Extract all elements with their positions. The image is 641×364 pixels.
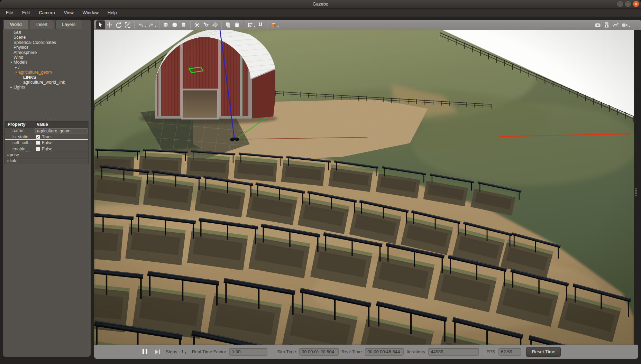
menu-bar: FileEditCameraViewWindowHelp — [0, 9, 641, 17]
tab-world[interactable]: World — [3, 20, 28, 29]
tree-item-label: Physics — [13, 45, 28, 50]
title-bar[interactable]: Gazebo − ▫ ✕ — [0, 0, 641, 8]
soil-bed — [281, 160, 326, 186]
point-light-button[interactable] — [192, 20, 201, 29]
toolbar-right-group: LOG▾ — [593, 20, 631, 29]
close-button[interactable]: ✕ — [633, 1, 639, 7]
tree-expander-icon[interactable]: ▾ — [14, 70, 18, 75]
column-header: Value — [34, 122, 88, 128]
tree-item--[interactable]: ▸/ — [3, 65, 90, 70]
spot-light-button[interactable] — [201, 20, 210, 29]
toolbar-separator — [190, 21, 191, 29]
tree-item-links[interactable]: LINKS — [3, 75, 90, 80]
maximize-button[interactable]: ▫ — [625, 1, 631, 7]
snap-icon — [257, 22, 264, 28]
tree-expander-icon[interactable]: ▸ — [9, 85, 13, 90]
align-button[interactable] — [246, 20, 255, 29]
tree-item-label: Spherical Coordinates — [13, 40, 56, 45]
tree-item-agriculture-world-link[interactable]: agriculture_world_link — [3, 80, 90, 85]
value-field[interactable]: agriculture_geom — [35, 128, 88, 133]
rotate-mode-icon — [116, 22, 122, 28]
group-expander-icon[interactable]: ▸ — [5, 158, 10, 164]
svg-text:LOG: LOG — [605, 23, 609, 25]
tree-item-wind[interactable]: Wind — [3, 55, 90, 60]
checkbox[interactable] — [36, 147, 40, 151]
barn-door — [182, 90, 218, 119]
cylinder-button[interactable] — [179, 20, 188, 29]
tree-item-scene[interactable]: Scene — [3, 35, 90, 40]
menu-view[interactable]: View — [59, 9, 78, 17]
soil-bed — [94, 171, 142, 205]
undo-button[interactable] — [136, 20, 145, 29]
property-group-link[interactable]: ▸link — [5, 158, 88, 164]
video-record-icon — [622, 22, 628, 28]
3d-viewport[interactable] — [94, 30, 634, 345]
checkbox[interactable] — [36, 141, 40, 145]
rtf-value[interactable]: 1.00 — [229, 348, 267, 356]
tree-expander-icon[interactable]: ▾ — [9, 60, 13, 65]
video-record-button[interactable] — [620, 20, 629, 29]
tab-insert[interactable]: Insert — [30, 20, 54, 29]
tree-item-gui[interactable]: GUI — [3, 30, 90, 35]
plot-button[interactable] — [611, 20, 620, 29]
fps-value[interactable]: 62.59 — [498, 348, 521, 356]
toolbar-separator — [243, 21, 244, 29]
tree-item-atmosphere[interactable]: Atmosphere — [3, 50, 90, 55]
rotate-mode-button[interactable] — [114, 20, 123, 29]
scale-mode-button[interactable] — [123, 20, 132, 29]
spot-light-icon — [203, 22, 209, 28]
status-bar: Steps: 1 ▾ Real Time Factor: 1.00 Sim Ti… — [94, 345, 638, 359]
tree-item-label: Models — [13, 60, 27, 65]
menu-edit[interactable]: Edit — [18, 9, 34, 17]
log-record-button[interactable]: LOG — [602, 20, 611, 29]
tree-item-agriculture-geom[interactable]: ▾agriculture_geom — [3, 70, 90, 75]
redo-icon — [148, 22, 154, 28]
tree-expander-icon[interactable]: ▸ — [14, 65, 18, 70]
box-button[interactable] — [161, 20, 170, 29]
iterations-label: Iterations: — [406, 349, 426, 354]
right-panel-splitter[interactable] — [635, 188, 638, 196]
select-mode-button[interactable] — [96, 20, 105, 29]
directional-light-button[interactable] — [210, 20, 219, 29]
tree-item-label: Lights — [13, 85, 25, 90]
copy-button[interactable] — [223, 20, 232, 29]
property-group-pose[interactable]: ▸pose — [5, 152, 88, 158]
align-icon — [247, 22, 253, 28]
property-label: is_static — [5, 134, 34, 140]
translate-mode-button[interactable] — [105, 20, 114, 29]
property-value: False — [34, 140, 88, 146]
menu-window[interactable]: Window — [78, 9, 103, 17]
redo-button[interactable] — [147, 20, 156, 29]
checkbox[interactable]: ✓ — [36, 135, 40, 139]
sim-time-label: Sim Time: — [277, 349, 297, 354]
tree-item-physics[interactable]: Physics — [3, 45, 90, 50]
menu-camera[interactable]: Camera — [34, 9, 59, 17]
minimize-button[interactable]: − — [617, 1, 623, 7]
reset-time-button[interactable]: Reset Time — [526, 347, 561, 357]
property-value: ✓True — [34, 134, 88, 140]
group-expander-icon[interactable]: ▸ — [5, 152, 10, 158]
copy-icon — [225, 22, 231, 28]
group-label: pose — [10, 152, 19, 158]
tree-item-lights[interactable]: ▸Lights — [3, 85, 90, 90]
steps-value[interactable]: 1 — [181, 349, 184, 354]
menu-help[interactable]: Help — [103, 9, 121, 17]
fps-label: FPS: — [486, 349, 496, 354]
screenshot-button[interactable] — [593, 20, 602, 29]
tree-item-models[interactable]: ▾Models — [3, 60, 90, 65]
pause-button[interactable] — [143, 349, 147, 354]
tab-layers[interactable]: Layers — [55, 20, 82, 29]
sim-time-value[interactable]: 00 00:01:20.504 — [299, 348, 339, 356]
panel-splitter[interactable] — [3, 119, 91, 121]
iterations-value[interactable]: 44989 — [428, 348, 479, 356]
plot-icon — [613, 22, 619, 28]
steps-caret-icon[interactable]: ▾ — [185, 351, 186, 355]
menu-file[interactable]: File — [1, 9, 18, 17]
view-angle-button[interactable] — [269, 20, 278, 29]
sphere-button[interactable] — [170, 20, 179, 29]
tree-item-spherical-coordinates[interactable]: Spherical Coordinates — [3, 40, 90, 45]
snap-button[interactable] — [256, 20, 265, 29]
step-button[interactable] — [155, 349, 160, 354]
paste-button[interactable] — [232, 20, 241, 29]
real-time-value[interactable]: 00 00:00:45.544 — [365, 348, 404, 356]
